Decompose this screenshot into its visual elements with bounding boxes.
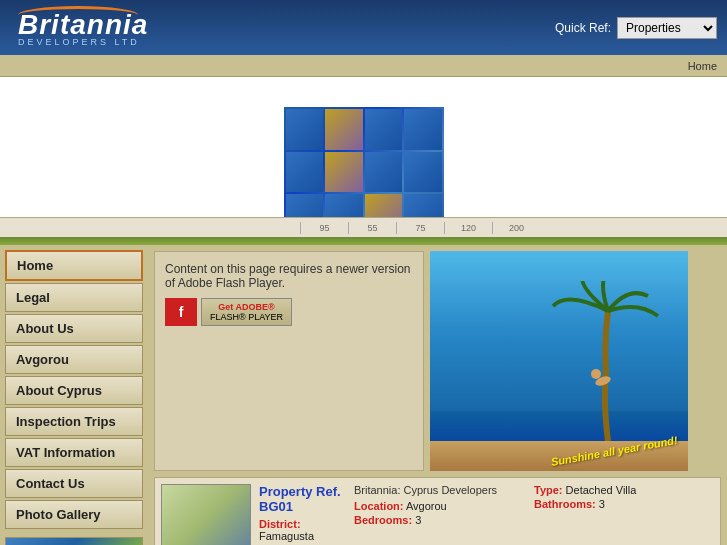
district-label: District: (259, 518, 301, 530)
sidebar-item-photo-gallery[interactable]: Photo Gallery (5, 500, 143, 529)
flash-btn-line1: Get ADOBE® (210, 302, 283, 312)
banner-cell-7 (365, 152, 403, 193)
banner-cell-1 (286, 109, 324, 150)
location-value: Avgorou (406, 500, 447, 512)
ruler-bar: 95 55 75 120 200 (0, 217, 727, 237)
property-third-col: Type: Detached Villa Bathrooms: 3 (534, 484, 714, 545)
flash-get-button-area: f Get ADOBE® FLASH® PLAYER (165, 298, 413, 326)
property-company: Britannia: Cyprus Developers (354, 484, 534, 496)
main-layout: Home Legal About Us Avgorou About Cyprus… (0, 245, 727, 545)
sidebar-item-inspection-trips[interactable]: Inspection Trips (5, 407, 143, 436)
property-bathrooms: Bathrooms: 3 (534, 498, 714, 510)
property-thumbnail (161, 484, 251, 545)
sidebar-thumbnail (5, 537, 143, 545)
banner-cell-5 (286, 152, 324, 193)
cyprus-banner-image: CYPRUS (430, 251, 688, 471)
property-district: District: Famagusta (259, 518, 346, 542)
ruler-mark-1: 55 (348, 222, 396, 234)
banner-cell-4 (404, 109, 442, 150)
property-type: Type: Detached Villa (534, 484, 714, 496)
get-flash-button[interactable]: Get ADOBE® FLASH® PLAYER (201, 298, 292, 326)
sidebar: Home Legal About Us Avgorou About Cyprus… (0, 245, 148, 545)
type-label: Type: (534, 484, 563, 496)
property-bedrooms: Bedrooms: 3 (354, 514, 534, 526)
property-right-col: Britannia: Cyprus Developers Location: A… (354, 484, 534, 545)
location-label: Location: (354, 500, 404, 512)
bathrooms-value: 3 (599, 498, 605, 510)
property-ref[interactable]: Property Ref. BG01 (259, 484, 346, 514)
flash-f-letter: f (179, 304, 184, 320)
district-value: Famagusta (259, 530, 314, 542)
logo-sub: DEVELOPERS LTD (18, 37, 148, 47)
bedrooms-label: Bedrooms: (354, 514, 412, 526)
home-nav-link[interactable]: Home (688, 60, 717, 72)
property-details: Property Ref. BG01 District: Famagusta L… (251, 484, 354, 545)
banner-area: 95 55 75 120 200 (0, 77, 727, 237)
svg-point-1 (591, 369, 601, 379)
sidebar-item-about-us[interactable]: About Us (5, 314, 143, 343)
banner-cell-8 (404, 152, 442, 193)
banner-cell-2 (325, 109, 363, 150)
sidebar-item-legal[interactable]: Legal (5, 283, 143, 312)
flash-notice: Content on this page requires a newer ve… (154, 251, 424, 471)
property-listing: Property Ref. BG01 District: Famagusta L… (154, 477, 721, 545)
content-area: Content on this page requires a newer ve… (148, 245, 727, 545)
sidebar-item-contact-us[interactable]: Contact Us (5, 469, 143, 498)
logo-main: Britannia (18, 9, 148, 40)
bathrooms-label: Bathrooms: (534, 498, 596, 510)
sidebar-item-about-cyprus[interactable]: About Cyprus (5, 376, 143, 405)
flash-icon: f (165, 298, 197, 326)
ruler-mark-3: 120 (444, 222, 492, 234)
ruler-mark-4: 200 (492, 222, 540, 234)
ruler-mark-0: 95 (300, 222, 348, 234)
quick-ref-select[interactable]: Properties (617, 17, 717, 39)
banner-cell-3 (365, 109, 403, 150)
ruler-mark-2: 75 (396, 222, 444, 234)
sidebar-item-avgorou[interactable]: Avgorou (5, 345, 143, 374)
quick-ref-label: Quick Ref: (555, 21, 611, 35)
header: Britannia DEVELOPERS LTD Quick Ref: Prop… (0, 0, 727, 55)
logo-area: Britannia DEVELOPERS LTD (10, 9, 148, 47)
green-separator (0, 237, 727, 245)
banner-cell-6 (325, 152, 363, 193)
flash-title: Content on this page requires a newer ve… (165, 262, 413, 290)
type-value: Detached Villa (566, 484, 637, 496)
palm-tree-icon (548, 281, 668, 441)
quick-ref-area: Quick Ref: Properties (555, 17, 717, 39)
sidebar-item-home[interactable]: Home (5, 250, 143, 281)
content-top: Content on this page requires a newer ve… (154, 251, 721, 471)
sidebar-item-vat-information[interactable]: VAT Information (5, 438, 143, 467)
bedrooms-value: 3 (415, 514, 421, 526)
flash-btn-line2: FLASH® PLAYER (210, 312, 283, 322)
nav-bar: Home (0, 55, 727, 77)
property-location: Location: Avgorou (354, 500, 534, 512)
